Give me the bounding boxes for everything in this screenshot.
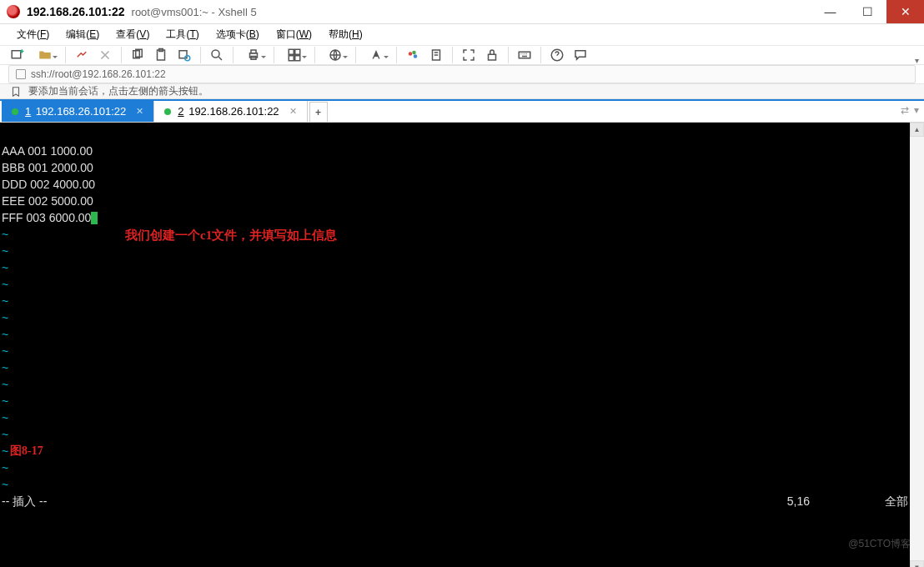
vim-tilde: ~	[2, 244, 8, 258]
svg-rect-12	[295, 49, 300, 54]
encoding-icon[interactable]	[322, 46, 349, 64]
vim-tilde: ~	[2, 311, 8, 324]
svg-point-16	[409, 52, 413, 56]
term-line: BBB 001 2000.00	[2, 161, 93, 174]
menu-window[interactable]: 窗口(W)	[269, 24, 319, 45]
keyboard-icon[interactable]	[515, 46, 534, 64]
status-dot-icon	[164, 108, 171, 115]
vim-tilde: ~	[2, 428, 8, 441]
annotation-text: 我们创建一个c1文件，并填写如上信息	[125, 228, 337, 243]
svg-point-17	[412, 51, 416, 55]
title-subtitle: root@vms001:~ - Xshell 5	[132, 6, 257, 18]
vim-tilde: ~	[2, 278, 8, 291]
cursor-icon	[91, 212, 98, 224]
session-tabstrip: 1 192.168.26.101:22 ✕ 2 192.168.26.101:2…	[0, 99, 924, 123]
address-text: ssh://root@192.168.26.101:22	[31, 68, 166, 80]
layout-icon[interactable]	[281, 46, 308, 64]
scroll-up-icon[interactable]: ▲	[910, 123, 924, 137]
vim-tilde: ~	[2, 478, 8, 491]
address-bar: ssh://root@192.168.26.101:22	[0, 65, 924, 84]
search-icon[interactable]	[208, 46, 226, 64]
minimize-button[interactable]: —	[811, 0, 849, 23]
close-tab-icon[interactable]: ✕	[289, 106, 297, 117]
toolbar: ▾	[0, 46, 924, 65]
menu-help[interactable]: 帮助(H)	[322, 24, 369, 45]
svg-rect-0	[12, 51, 21, 58]
maximize-button[interactable]: ☐	[849, 0, 886, 23]
open-session-icon[interactable]	[32, 46, 58, 64]
vim-status-line: -- 插入 --5,16全部	[2, 494, 908, 509]
lock-icon[interactable]	[483, 46, 501, 64]
font-icon[interactable]	[363, 46, 389, 64]
svg-rect-11	[289, 49, 294, 54]
vim-tilde: ~	[2, 411, 8, 424]
script-icon[interactable]	[427, 46, 445, 64]
menu-tabs[interactable]: 选项卡(B)	[209, 24, 266, 45]
close-button[interactable]: ✕	[886, 0, 924, 23]
svg-rect-13	[289, 56, 294, 61]
fullscreen-icon[interactable]	[459, 46, 478, 64]
paste-icon[interactable]	[152, 46, 170, 64]
session-tab-2[interactable]: 2 192.168.26.101:22 ✕	[154, 101, 307, 122]
svg-point-18	[414, 54, 418, 58]
feedback-icon[interactable]	[571, 46, 590, 64]
session-tab-1[interactable]: 1 192.168.26.101:22 ✕	[2, 101, 154, 122]
tab-nav-icon[interactable]: ⇄	[901, 104, 909, 116]
status-dot-icon	[12, 108, 18, 115]
toolbar-overflow-icon[interactable]: ▾	[915, 56, 919, 65]
vim-tilde: ~	[2, 394, 8, 408]
term-line: AAA 001 1000.00	[2, 144, 93, 158]
scrollbar[interactable]: ▲ ▼	[910, 123, 924, 567]
close-tab-icon[interactable]: ✕	[136, 106, 143, 117]
svg-rect-4	[159, 49, 163, 52]
term-line: FFF 003 6000.00	[2, 211, 98, 224]
vim-tilde: ~	[2, 461, 8, 474]
copy-icon[interactable]	[128, 46, 147, 64]
help-icon[interactable]	[548, 46, 566, 64]
properties-icon[interactable]	[175, 46, 193, 64]
vim-tilde: ~	[2, 294, 8, 308]
terminal[interactable]: AAA 001 1000.00 BBB 001 2000.00 DDD 002 …	[0, 123, 910, 567]
vim-tilde: ~	[2, 361, 8, 374]
vim-tilde: ~	[2, 328, 8, 341]
watermark-text: @51CTO博客	[848, 537, 911, 551]
print-icon[interactable]	[240, 46, 267, 64]
vim-tilde: ~	[2, 344, 8, 358]
scroll-down-icon[interactable]: ▼	[910, 560, 924, 567]
address-input[interactable]: ssh://root@192.168.26.101:22	[8, 65, 916, 83]
menu-bar: 文件(F) 编辑(E) 查看(V) 工具(T) 选项卡(B) 窗口(W) 帮助(…	[0, 24, 924, 46]
tab-menu-icon[interactable]: ▾	[914, 104, 919, 116]
reconnect-icon[interactable]	[73, 46, 91, 64]
session-type-icon	[16, 69, 26, 79]
color-scheme-icon[interactable]	[404, 46, 422, 64]
new-session-icon[interactable]	[8, 46, 27, 64]
scroll-track[interactable]	[910, 137, 924, 560]
vim-tilde: ~	[2, 378, 8, 391]
svg-rect-19	[489, 54, 496, 60]
hint-text: 要添加当前会话，点击左侧的箭头按钮。	[28, 84, 208, 98]
figure-label: 图8-17	[10, 443, 43, 459]
svg-point-7	[212, 50, 219, 58]
disconnect-icon[interactable]	[96, 46, 114, 64]
vim-tilde: ~	[2, 261, 8, 274]
menu-view[interactable]: 查看(V)	[109, 24, 156, 45]
app-icon	[7, 5, 20, 18]
vim-tilde: ~	[2, 228, 8, 241]
title-host: 192.168.26.101:22	[27, 5, 125, 18]
term-line: EEE 002 5000.00	[2, 194, 93, 208]
svg-rect-20	[519, 52, 530, 58]
vim-tilde: ~	[2, 444, 8, 458]
bookmark-icon[interactable]	[10, 86, 22, 98]
title-bar: 192.168.26.101:22 root@vms001:~ - Xshell…	[0, 0, 924, 24]
hint-bar: 要添加当前会话，点击左侧的箭头按钮。	[0, 84, 924, 99]
menu-file[interactable]: 文件(F)	[10, 24, 56, 45]
add-tab-button[interactable]: +	[309, 102, 328, 122]
menu-tools[interactable]: 工具(T)	[159, 24, 205, 45]
menu-edit[interactable]: 编辑(E)	[59, 24, 106, 45]
term-line: DDD 002 4000.00	[2, 178, 95, 191]
svg-rect-9	[251, 50, 256, 53]
svg-rect-14	[295, 56, 300, 61]
terminal-area: AAA 001 1000.00 BBB 001 2000.00 DDD 002 …	[0, 123, 924, 567]
